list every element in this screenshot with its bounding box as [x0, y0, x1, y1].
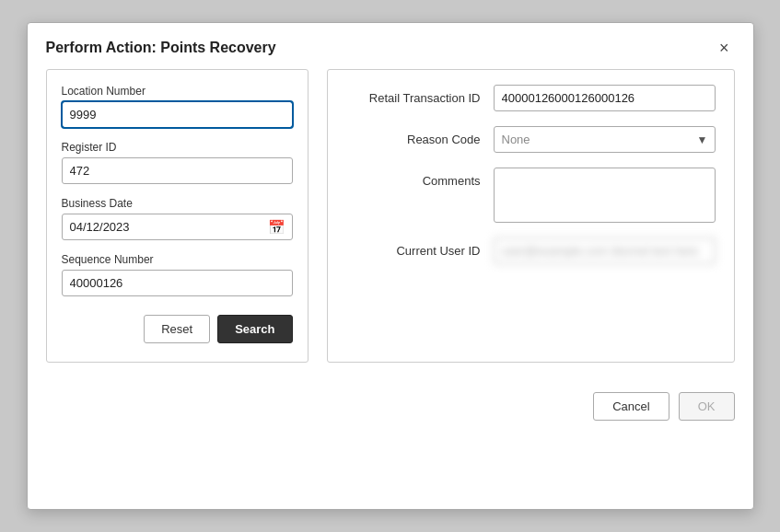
date-input-wrapper: 📅 [62, 214, 293, 240]
location-number-label: Location Number [62, 85, 293, 98]
reason-code-row: Reason Code None ▼ [346, 126, 716, 153]
current-user-id-row: Current User ID user@example.com blurred… [346, 237, 716, 264]
close-button[interactable]: × [714, 38, 735, 58]
location-number-input[interactable] [62, 101, 293, 128]
left-panel: Location Number Register ID Business Dat… [46, 69, 309, 363]
current-user-id-value: user@example.com blurred text here [494, 237, 716, 264]
reason-code-label: Reason Code [346, 126, 494, 146]
business-date-label: Business Date [62, 197, 293, 210]
ok-button[interactable]: OK [679, 392, 735, 421]
retail-transaction-id-label: Retail Transaction ID [346, 85, 494, 105]
comments-input[interactable] [494, 168, 716, 223]
retail-transaction-id-input[interactable] [494, 85, 716, 111]
retail-transaction-row: Retail Transaction ID [346, 85, 716, 111]
register-id-group: Register ID [62, 141, 293, 184]
reason-code-wrapper: None ▼ [494, 126, 716, 153]
sequence-number-label: Sequence Number [62, 253, 293, 266]
dialog: Perform Action: Points Recovery × Locati… [27, 22, 754, 510]
sequence-number-group: Sequence Number [62, 253, 293, 296]
dialog-header: Perform Action: Points Recovery × [28, 23, 753, 69]
reason-code-select[interactable]: None [494, 126, 716, 153]
comments-label: Comments [346, 168, 494, 188]
cancel-button[interactable]: Cancel [593, 392, 669, 421]
dialog-footer: Cancel OK [28, 381, 753, 435]
dialog-body: Location Number Register ID Business Dat… [28, 69, 753, 381]
business-date-group: Business Date 📅 [62, 197, 293, 240]
business-date-input[interactable] [62, 214, 293, 240]
current-user-id-label: Current User ID [346, 237, 494, 258]
left-buttons: Reset Search [62, 315, 293, 343]
dialog-title: Perform Action: Points Recovery [46, 40, 276, 56]
location-number-group: Location Number [62, 85, 293, 128]
reset-button[interactable]: Reset [144, 315, 210, 343]
register-id-input[interactable] [62, 157, 293, 184]
sequence-number-input[interactable] [62, 270, 293, 296]
register-id-label: Register ID [62, 141, 293, 154]
right-panel: Retail Transaction ID Reason Code None ▼… [327, 69, 735, 363]
comments-row: Comments [346, 168, 716, 223]
search-button[interactable]: Search [217, 315, 292, 343]
